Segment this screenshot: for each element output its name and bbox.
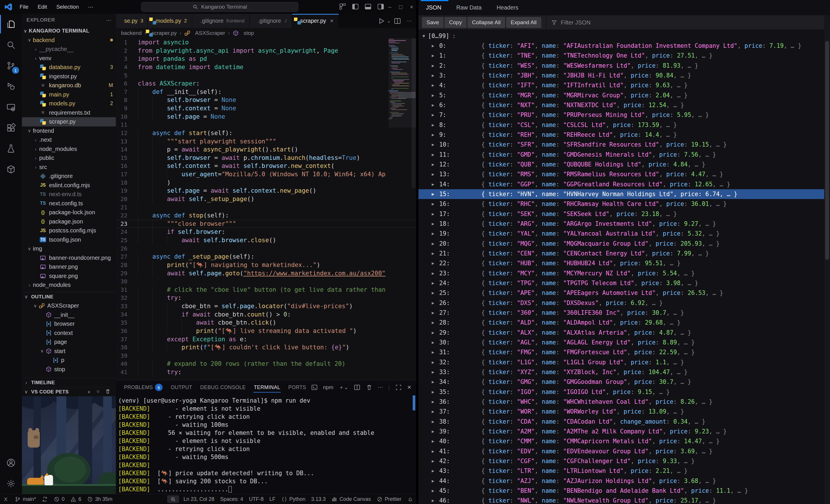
run-python-button[interactable]: [378, 17, 385, 25]
json-row-44[interactable]: ▶44:{ ticker: "AZJ", name: "AZJAurizon H…: [418, 476, 830, 485]
json-row-37[interactable]: ▶37:{ ticker: "WOR", name: "WORWorley Lt…: [418, 407, 830, 416]
json-row-24[interactable]: ▶24:{ ticker: "TPG", name: "TPGTPG Telec…: [418, 278, 830, 288]
breadcrumb-ASXScraper[interactable]: ASXScraper: [184, 30, 225, 36]
outline-item[interactable]: ∨start: [22, 347, 116, 356]
file-tree-item[interactable]: ∨img: [22, 244, 116, 254]
file-tree-item[interactable]: TStsconfig.json: [22, 235, 116, 244]
json-row-13[interactable]: ▶13:{ ticker: "RMS", name: "RMSRamelius …: [418, 169, 830, 179]
json-row-15[interactable]: ▶15:{ ticker: "HVN", name: "HVNHarvey No…: [418, 189, 830, 199]
file-tree-item[interactable]: main.py1: [22, 90, 116, 99]
code-line[interactable]: 34if await cboe_btn.count() > 0:: [116, 310, 416, 319]
jsonviewer-tab-json[interactable]: JSON: [418, 0, 449, 15]
settings-button[interactable]: [0, 473, 22, 494]
code-line[interactable]: 41try:: [116, 368, 416, 376]
status-spaces-4[interactable]: Spaces: 4: [217, 494, 246, 504]
json-row-40[interactable]: ▶40:{ ticker: "CMM", name: "CMMCapricorn…: [418, 436, 830, 446]
code-line[interactable]: 9self.context = None: [116, 104, 416, 112]
file-tree-item[interactable]: TSnext-env.d.ts: [22, 190, 116, 199]
code-line[interactable]: 1import asyncio: [116, 38, 416, 47]
timeline-section-header[interactable]: ›TIMELINE: [22, 378, 116, 387]
code-line[interactable]: 19self.page = await self.context.new_pag…: [116, 187, 416, 195]
activity-debug-button[interactable]: [0, 76, 22, 97]
code-line[interactable]: 11: [116, 121, 416, 129]
file-tree-item[interactable]: {}package.json: [22, 217, 116, 226]
status-branch[interactable]: main*: [12, 494, 39, 504]
code-line[interactable]: 20await self._setup_page(): [116, 195, 416, 203]
json-row-34[interactable]: ▶34:{ ticker: "GMG", name: "GMGGoodman G…: [418, 377, 830, 387]
code-line[interactable]: 22async def stop(self):: [116, 211, 416, 220]
code-line[interactable]: 21: [116, 203, 416, 212]
code-line[interactable]: 31# click the "cboe live" button (to get…: [116, 286, 416, 294]
code-line[interactable]: 28print("[🦘] navigating to marketindex..…: [116, 261, 416, 269]
json-row-45[interactable]: ▶45:{ ticker: "BEN", name: "BENBendigo a…: [418, 486, 830, 496]
json-row-23[interactable]: ▶23:{ ticker: "MCY", name: "MCYMercury N…: [418, 268, 830, 278]
json-row-18[interactable]: ▶18:{ ticker: "ARG", name: "ARGArgo Inve…: [418, 219, 830, 229]
json-row-19[interactable]: ▶19:{ ticker: "YAL", name: "YALYancoal A…: [418, 229, 830, 238]
code-line[interactable]: 33cboe_btn = self.page.locator("div#live…: [116, 302, 416, 310]
json-row-39[interactable]: ▶39:{ ticker: "A2M", name: "A2MThe a2 Mi…: [418, 427, 830, 436]
json-row-3[interactable]: ▶3:{ ticker: "JBH", name: "JBHJB Hi-Fi L…: [418, 71, 830, 80]
code-line[interactable]: 39: [116, 351, 416, 360]
status-warn[interactable]: 6: [67, 494, 84, 504]
status-slash[interactable]: Prettier: [374, 494, 404, 504]
tab-scraper.py[interactable]: scraper.py×: [292, 14, 339, 28]
json-row-16[interactable]: ▶16:{ ticker: "RHC", name: "RHCRamsay He…: [418, 199, 830, 209]
activity-git-button[interactable]: 1: [0, 55, 22, 76]
file-tree-item[interactable]: JSeslint.config.mjs: [22, 181, 116, 190]
code-line[interactable]: 17user_agent="Mozilla/5.0 (Windows NT 10…: [116, 170, 416, 178]
workspace-root[interactable]: ∨KANGAROO TERMINAL: [22, 27, 116, 36]
json-row-21[interactable]: ▶21:{ ticker: "CEN", name: "CENContact E…: [418, 248, 830, 258]
outline-item[interactable]: stop: [22, 365, 116, 374]
activity-remote-button[interactable]: [0, 97, 22, 117]
breadcrumb[interactable]: backend›scraper.py›ASXScraper›stop: [116, 28, 416, 38]
code-line[interactable]: 25await self.browser.close(): [116, 236, 416, 244]
activity-ext-button[interactable]: [0, 117, 22, 138]
activity-files-button[interactable]: [0, 14, 22, 35]
jsonviewer-tab-headers[interactable]: Headers: [489, 0, 526, 15]
code-line[interactable]: 7def __init__(self):: [116, 88, 416, 96]
kill-terminal-button[interactable]: [366, 384, 373, 391]
status-sync[interactable]: [39, 494, 51, 504]
code-line[interactable]: 18): [116, 178, 416, 187]
json-row-35[interactable]: ▶35:{ ticker: "IGO", name: "IGOIGO Ltd",…: [418, 387, 830, 397]
json-row-5[interactable]: ▶5:{ ticker: "MGR", name: "MGRMirvac Gro…: [418, 91, 830, 100]
toggle-panel-icon[interactable]: [364, 3, 372, 10]
file-tree-item[interactable]: ›__pycache__: [22, 45, 116, 54]
pet-cat[interactable]: [44, 475, 53, 485]
close-tab-icon[interactable]: ×: [330, 18, 334, 24]
status-remote[interactable]: [0, 494, 12, 504]
file-tree-item[interactable]: banner.png: [22, 262, 116, 272]
split-terminal-button[interactable]: [354, 384, 360, 391]
json-row-33[interactable]: ▶33:{ ticker: "XYZ", name: "XYZBlock, In…: [418, 367, 830, 377]
status-braces[interactable]: Python: [278, 494, 308, 504]
status-zoom[interactable]: [167, 495, 179, 503]
outline-item[interactable]: __init__: [22, 310, 116, 320]
terminal-more-actions[interactable]: ⋯: [378, 384, 383, 391]
json-row-26[interactable]: ▶26:{ ticker: "DXS", name: "DXSDexus", p…: [418, 298, 830, 308]
minimize-icon[interactable]: –: [388, 4, 391, 10]
collapse-all-button[interactable]: Collapse All: [468, 17, 505, 28]
close-panel-button[interactable]: ✕: [407, 384, 412, 391]
pets-roll-icon[interactable]: ○: [97, 389, 100, 395]
file-tree-item[interactable]: ›src: [22, 163, 116, 172]
json-row-31[interactable]: ▶31:{ ticker: "FMG", name: "FMGFortescue…: [418, 347, 830, 357]
activity-box-button[interactable]: [0, 159, 22, 180]
pet-fox[interactable]: [27, 478, 44, 485]
code-line[interactable]: 30: [116, 277, 416, 286]
code-line[interactable]: 15self.browser = await p.chromium.launch…: [116, 154, 416, 162]
code-line[interactable]: 12async def start(self):: [116, 129, 416, 137]
jsonviewer-tab-raw-data[interactable]: Raw Data: [449, 0, 489, 15]
json-row-0[interactable]: ▶0:{ ticker: "AFI", name: "AFIAustralian…: [418, 41, 830, 51]
file-tree-item[interactable]: ∨backend: [22, 36, 116, 45]
outline-section-header[interactable]: ∨OUTLINE: [22, 292, 116, 301]
json-row-25[interactable]: ▶25:{ ticker: "APE", name: "APEEagers Au…: [418, 288, 830, 298]
file-tree-item[interactable]: models.py2: [22, 99, 116, 108]
code-line[interactable]: 3import pandas as pd: [116, 55, 416, 63]
json-row-6[interactable]: ▶6:{ ticker: "NXT", name: "NXTNEXTDC Ltd…: [418, 100, 830, 110]
status-error[interactable]: 0: [51, 494, 67, 504]
code-line[interactable]: 8self.browser = None: [116, 96, 416, 104]
code-line[interactable]: 10self.page = None: [116, 112, 416, 121]
pet-bear[interactable]: [28, 430, 40, 447]
tab-.gitignore[interactable]: .gitignorefrontend: [192, 14, 250, 28]
code-line[interactable]: 5: [116, 71, 416, 80]
